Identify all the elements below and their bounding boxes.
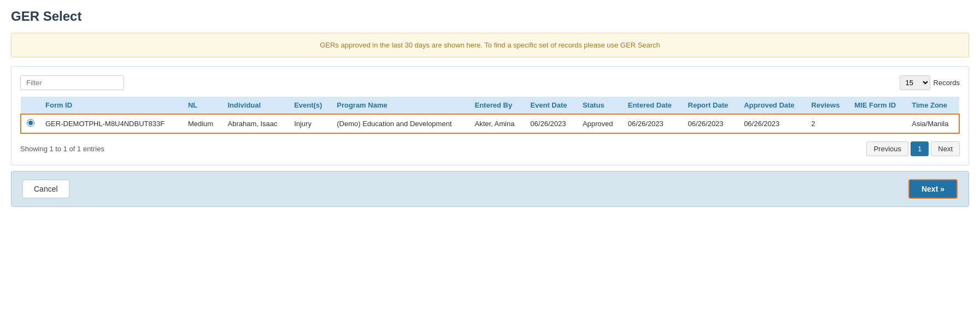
col-header-reviews: Reviews	[806, 97, 849, 114]
cell-individual: Abraham, Isaac	[222, 114, 289, 133]
pagination-buttons: Previous 1 Next	[866, 141, 960, 156]
page-title: GER Select	[11, 9, 969, 24]
col-header-entered-date: Entered Date	[623, 97, 683, 114]
col-header-approved-date: Approved Date	[738, 97, 806, 114]
info-banner: GERs approved in the last 30 days are sh…	[11, 33, 969, 57]
cell-time-zone: Asia/Manila	[906, 114, 959, 133]
col-header-individual: Individual	[222, 97, 289, 114]
ger-table: Form ID NL Individual Event(s) Program N…	[20, 97, 960, 134]
col-header-program-name: Program Name	[331, 97, 469, 114]
cell-form-id: GER-DEMOTPHL-M8U4NDBUT833F	[40, 114, 183, 133]
table-toolbar: 10 15 25 50 100 Records	[20, 75, 960, 90]
row-radio-cell[interactable]	[21, 114, 40, 133]
table-row[interactable]: GER-DEMOTPHL-M8U4NDBUT833F Medium Abraha…	[21, 114, 959, 133]
cell-report-date: 06/26/2023	[683, 114, 739, 133]
row-radio-input[interactable]	[27, 119, 34, 127]
col-header-form-id: Form ID	[40, 97, 183, 114]
bottom-toolbar: Cancel Next »	[11, 171, 969, 207]
col-header-radio	[21, 97, 40, 114]
col-header-mie-form-id: MIE Form ID	[849, 97, 906, 114]
col-header-events: Event(s)	[289, 97, 331, 114]
cell-event-date: 06/26/2023	[525, 114, 577, 133]
previous-button[interactable]: Previous	[866, 141, 908, 156]
col-header-event-date: Event Date	[525, 97, 577, 114]
col-header-report-date: Report Date	[683, 97, 739, 114]
col-header-nl: NL	[183, 97, 222, 114]
records-per-page-select[interactable]: 10 15 25 50 100	[900, 75, 930, 90]
cell-reviews: 2	[806, 114, 849, 133]
cell-approved-date: 06/26/2023	[738, 114, 806, 133]
showing-entries-text: Showing 1 to 1 of 1 entries	[20, 145, 104, 153]
pagination-row: Showing 1 to 1 of 1 entries Previous 1 N…	[20, 141, 960, 156]
next-page-button[interactable]: Next	[931, 141, 960, 156]
records-label: Records	[934, 79, 960, 87]
cell-entered-by: Akter, Amina	[469, 114, 525, 133]
cancel-button[interactable]: Cancel	[22, 180, 69, 198]
cell-program-name: (Demo) Education and Development	[331, 114, 469, 133]
filter-input[interactable]	[20, 75, 124, 90]
cell-events: Injury	[289, 114, 331, 133]
cell-status: Approved	[577, 114, 623, 133]
col-header-entered-by: Entered By	[469, 97, 525, 114]
cell-entered-date: 06/26/2023	[623, 114, 683, 133]
cell-nl: Medium	[183, 114, 222, 133]
col-header-time-zone: Time Zone	[906, 97, 959, 114]
next-button[interactable]: Next »	[908, 179, 958, 199]
table-header-row: Form ID NL Individual Event(s) Program N…	[21, 97, 959, 114]
table-container: 10 15 25 50 100 Records Form ID NL Indiv…	[11, 66, 969, 165]
col-header-status: Status	[577, 97, 623, 114]
cell-mie-form-id	[849, 114, 906, 133]
page-1-button[interactable]: 1	[911, 141, 929, 156]
records-select-wrapper: 10 15 25 50 100 Records	[900, 75, 960, 90]
